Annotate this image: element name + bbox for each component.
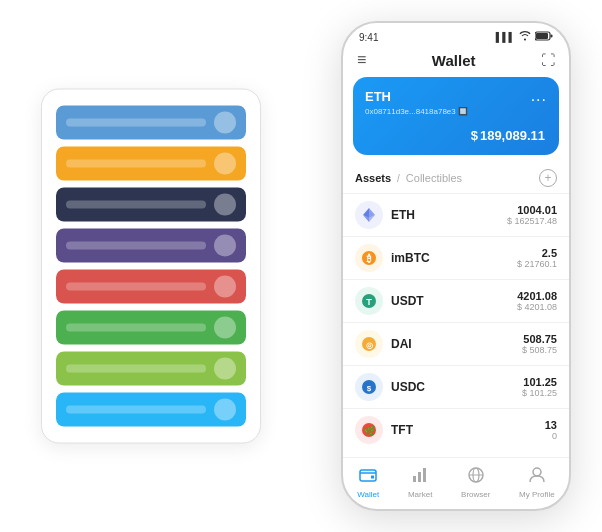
card-dot — [214, 276, 236, 298]
asset-amount: 101.25 — [522, 376, 557, 388]
svg-text:🌿: 🌿 — [364, 425, 376, 437]
phone: 9:41 ▌▌▌ ≡ Wallet ⛶ ETH ... 0x0871 — [341, 21, 571, 511]
card-dot — [214, 317, 236, 339]
eth-balance: $189,089.11 — [365, 122, 547, 145]
eth-more-button[interactable]: ... — [531, 87, 547, 105]
browser-icon — [467, 466, 485, 488]
usdc-icon: $ — [355, 373, 383, 401]
wifi-icon — [519, 31, 531, 43]
eth-label: ETH — [365, 89, 391, 104]
svg-rect-18 — [371, 476, 374, 479]
asset-usd: $ 101.25 — [522, 388, 557, 398]
card-line — [66, 160, 206, 168]
nav-market-label: Market — [408, 490, 432, 499]
asset-amount: 13 — [545, 419, 557, 431]
menu-icon[interactable]: ≡ — [357, 51, 366, 69]
list-item — [56, 229, 246, 263]
table-row[interactable]: ₿ imBTC 2.5 $ 21760.1 — [343, 236, 569, 279]
asset-list: ETH 1004.01 $ 162517.48 ₿ imBTC 2.5 $ 21… — [343, 193, 569, 457]
svg-text:◎: ◎ — [366, 341, 373, 350]
battery-icon — [535, 31, 553, 43]
asset-symbol: ETH — [391, 208, 507, 222]
asset-value: 13 0 — [545, 419, 557, 441]
asset-value: 2.5 $ 21760.1 — [517, 247, 557, 269]
svg-rect-17 — [360, 470, 376, 481]
card-dot — [214, 358, 236, 380]
asset-value: 1004.01 $ 162517.48 — [507, 204, 557, 226]
nav-item-market[interactable]: Market — [408, 466, 432, 499]
asset-value: 508.75 $ 508.75 — [522, 333, 557, 355]
table-row[interactable]: ETH 1004.01 $ 162517.48 — [343, 193, 569, 236]
asset-usd: $ 21760.1 — [517, 259, 557, 269]
asset-value: 4201.08 $ 4201.08 — [517, 290, 557, 312]
card-dot — [214, 112, 236, 134]
asset-amount: 4201.08 — [517, 290, 557, 302]
asset-value: 101.25 $ 101.25 — [522, 376, 557, 398]
asset-symbol: TFT — [391, 423, 545, 437]
eth-address: 0x08711d3e...8418a78e3 🔲 — [365, 107, 547, 116]
card-dot — [214, 235, 236, 257]
asset-symbol: USDC — [391, 380, 522, 394]
tab-divider: / — [397, 173, 400, 184]
wallet-icon — [359, 466, 377, 488]
list-item — [56, 106, 246, 140]
card-line — [66, 201, 206, 209]
assets-tabs: Assets / Collectibles — [355, 172, 462, 184]
list-item — [56, 311, 246, 345]
expand-icon[interactable]: ⛶ — [541, 52, 555, 68]
card-line — [66, 406, 206, 414]
currency-symbol: $ — [471, 128, 478, 143]
nav-item-browser[interactable]: Browser — [461, 466, 490, 499]
list-item — [56, 393, 246, 427]
table-row[interactable]: $ USDC 101.25 $ 101.25 — [343, 365, 569, 408]
asset-amount: 508.75 — [522, 333, 557, 345]
tab-collectibles[interactable]: Collectibles — [406, 172, 462, 184]
svg-rect-19 — [413, 476, 416, 482]
add-asset-button[interactable]: + — [539, 169, 557, 187]
card-line — [66, 242, 206, 250]
asset-symbol: USDT — [391, 294, 517, 308]
card-line — [66, 283, 206, 291]
list-item — [56, 270, 246, 304]
scene: 9:41 ▌▌▌ ≡ Wallet ⛶ ETH ... 0x0871 — [11, 11, 591, 521]
svg-rect-20 — [418, 472, 421, 482]
table-row[interactable]: ◎ DAI 508.75 $ 508.75 — [343, 322, 569, 365]
card-stack — [41, 89, 261, 444]
phone-header: ≡ Wallet ⛶ — [343, 47, 569, 77]
asset-symbol: imBTC — [391, 251, 517, 265]
profile-icon — [528, 466, 546, 488]
table-row[interactable]: T USDT 4201.08 $ 4201.08 — [343, 279, 569, 322]
svg-point-25 — [533, 468, 541, 476]
svg-rect-21 — [423, 468, 426, 482]
asset-usd: $ 162517.48 — [507, 216, 557, 226]
asset-usd: $ 508.75 — [522, 345, 557, 355]
table-row[interactable]: 🌿 TFT 13 0 — [343, 408, 569, 451]
eth-icon — [355, 201, 383, 229]
status-icons: ▌▌▌ — [496, 31, 553, 43]
card-line — [66, 324, 206, 332]
list-item — [56, 147, 246, 181]
svg-text:T: T — [366, 297, 372, 307]
nav-profile-label: My Profile — [519, 490, 555, 499]
nav-item-profile[interactable]: My Profile — [519, 466, 555, 499]
svg-rect-1 — [536, 33, 548, 39]
tft-icon: 🌿 — [355, 416, 383, 444]
asset-amount: 1004.01 — [507, 204, 557, 216]
nav-item-wallet[interactable]: Wallet — [357, 466, 379, 499]
card-dot — [214, 153, 236, 175]
card-dot — [214, 399, 236, 421]
balance-value: 189,089.11 — [480, 128, 545, 143]
eth-card-header: ETH ... — [365, 87, 547, 105]
card-line — [66, 119, 206, 127]
card-dot — [214, 194, 236, 216]
asset-usd: 0 — [545, 431, 557, 441]
list-item — [56, 352, 246, 386]
dai-icon: ◎ — [355, 330, 383, 358]
tab-assets[interactable]: Assets — [355, 172, 391, 184]
card-line — [66, 365, 206, 373]
bottom-nav: Wallet Market Browser My Profile — [343, 457, 569, 509]
asset-amount: 2.5 — [517, 247, 557, 259]
svg-rect-2 — [551, 35, 553, 38]
market-icon — [411, 466, 429, 488]
eth-card[interactable]: ETH ... 0x08711d3e...8418a78e3 🔲 $189,08… — [353, 77, 559, 155]
